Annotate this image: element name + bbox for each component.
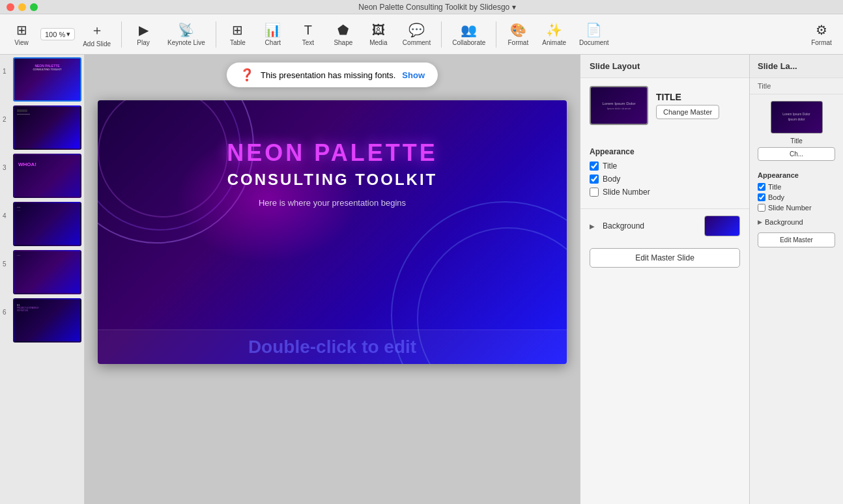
fp-lorem-2: Ipsum dolor [788, 117, 805, 121]
slide-number-checkbox[interactable] [590, 188, 599, 197]
shape-button[interactable]: ⬟ Shape [327, 20, 360, 49]
format-toolbar-button[interactable]: 🎨 Format [502, 20, 534, 49]
slide-thumb-5[interactable]: 5 ▪ ▪ ▪ [3, 250, 81, 294]
layout-thumbnail: Lorem Ipsum Dolor Ipsum dolor sit amet [590, 86, 648, 125]
body-checkbox-row: Body [590, 175, 740, 184]
fp-body-checkbox[interactable] [758, 193, 765, 201]
notification-text: This presentation has missing fonts. [261, 70, 395, 80]
window-title: Neon Palette Consulting Toolkit by Slide… [38, 3, 836, 12]
slide-number-1: 1 [3, 57, 10, 75]
keynote-live-icon: 📡 [178, 22, 194, 38]
maximize-button[interactable] [30, 3, 38, 11]
collaborate-button[interactable]: 👥 Collaborate [447, 20, 491, 49]
canvas-area: ❓ This presentation has missing fonts. S… [85, 55, 580, 504]
view-button[interactable]: ⊞ View [5, 20, 38, 49]
animate-icon: ✨ [546, 22, 562, 38]
format-toolbar-icon: 🎨 [510, 22, 526, 38]
fp-background-arrow-icon: ▶ [758, 219, 762, 225]
collaborate-label: Collaborate [452, 39, 485, 46]
slide-thumb-1[interactable]: 1 NEON PALETTE CONSULTING TOOLKIT [3, 57, 81, 102]
title-checkbox-row: Title [590, 161, 740, 171]
slide-number-3: 3 [3, 154, 10, 171]
format-layout-label: Title [750, 78, 843, 94]
slide-number-5: 5 [3, 250, 10, 268]
format-panel-title: Slide La... [750, 55, 843, 78]
table-button[interactable]: ⊞ Table [221, 20, 254, 49]
fp-body-checkbox-row: Body [750, 192, 843, 203]
slide-preview-5: ▪ ▪ ▪ [13, 250, 81, 294]
format-right-icon: ⚙ [816, 22, 827, 38]
media-button[interactable]: 🖼 Media [362, 20, 395, 49]
fp-change-button[interactable]: Ch... [758, 147, 835, 161]
document-icon: 📄 [586, 22, 602, 38]
appearance-title: Appearance [590, 147, 740, 156]
slide-bottom: Double-click to edit [98, 329, 567, 364]
slide-content: NEON PALETTE CONSULTING TOOLKIT Here is … [98, 100, 567, 221]
comment-button[interactable]: 💬 Comment [397, 20, 436, 49]
slide-subtitle: CONSULTING TOOLKIT [124, 171, 541, 189]
slide-number-6: 6 [3, 298, 10, 316]
divider-3 [441, 21, 442, 48]
format-toolbar-label: Format [508, 39, 529, 46]
zoom-control[interactable]: 100 % ▾ [40, 28, 75, 40]
notification-show-button[interactable]: Show [402, 70, 425, 80]
slide-thumb-6[interactable]: 6 01 PROJECT & STRATEGY DEFINITION [3, 298, 81, 343]
fp-body-label: Body [768, 193, 784, 201]
right-panels: Slide Layout Lorem Ipsum Dolor Ipsum dol… [580, 55, 843, 504]
slide-number-checkbox-label: Slide Number [603, 188, 650, 197]
animate-label: Animate [542, 39, 566, 46]
slide-preview-1: NEON PALETTE CONSULTING TOOLKIT [13, 57, 81, 102]
background-swatch[interactable] [704, 216, 740, 236]
fp-title-checkbox[interactable] [758, 183, 765, 191]
text-button[interactable]: T Text [292, 20, 324, 49]
play-label: Play [137, 39, 149, 46]
chart-button[interactable]: 📊 Chart [257, 20, 289, 49]
fp-slide-number-label: Slide Number [768, 204, 812, 212]
main-slide[interactable]: NEON PALETTE CONSULTING TOOLKIT Here is … [98, 100, 567, 364]
fp-background-label: Background [765, 218, 803, 226]
chart-label: Chart [265, 39, 281, 46]
table-label: Table [230, 39, 246, 46]
layout-thumb-row: Lorem Ipsum Dolor Ipsum dolor sit amet T… [590, 86, 740, 125]
minimize-button[interactable] [18, 3, 26, 11]
table-icon: ⊞ [232, 22, 243, 38]
layout-info-section: Lorem Ipsum Dolor Ipsum dolor sit amet T… [580, 78, 749, 139]
appearance-section: Appearance Title Body Slide Number [580, 139, 749, 208]
traffic-lights [7, 3, 38, 11]
divider-4 [496, 21, 496, 48]
zoom-chevron-icon: ▾ [66, 30, 70, 38]
slide-preview-3: WHOA! [13, 154, 81, 198]
fp-edit-master-button[interactable]: Edit Master [758, 232, 835, 247]
document-button[interactable]: 📄 Document [574, 20, 614, 49]
main-layout: 1 NEON PALETTE CONSULTING TOOLKIT 2 ⬛⬛⬛⬛… [0, 55, 843, 504]
lt-lorem-2: Ipsum dolor sit amet [607, 107, 631, 110]
slide-thumb-2[interactable]: 2 ⬛⬛⬛⬛ ◼◼◼◼◼◼◼◼◼◼ [3, 105, 81, 150]
title-checkbox[interactable] [590, 161, 599, 171]
fp-slide-number-checkbox[interactable] [758, 204, 765, 212]
slide-layout-panel: Slide Layout Lorem Ipsum Dolor Ipsum dol… [580, 55, 749, 504]
background-section: ▶ Background [580, 208, 749, 243]
fp-title-label: Title [768, 183, 781, 191]
background-label-group: ▶ Background [590, 221, 644, 231]
collaborate-icon: 👥 [461, 22, 477, 38]
slide-number-2: 2 [3, 105, 10, 123]
add-slide-button[interactable]: ＋ Add Slide [78, 19, 116, 50]
play-button[interactable]: ▶ Play [127, 20, 160, 49]
shape-icon: ⬟ [337, 22, 349, 38]
add-slide-label: Add Slide [83, 40, 111, 48]
format-right-button[interactable]: ⚙ Format [805, 20, 838, 49]
layout-info: TITLE Change Master [656, 92, 740, 119]
fp-thumbnail: Lorem Ipsum Dolor Ipsum dolor [771, 101, 823, 133]
close-button[interactable] [7, 3, 14, 11]
slide-body: Here is where your presentation begins [124, 198, 541, 208]
view-label: View [14, 39, 29, 46]
animate-button[interactable]: ✨ Animate [537, 20, 571, 49]
edit-master-slide-button[interactable]: Edit Master Slide [590, 248, 740, 268]
notification-banner: ❓ This presentation has missing fonts. S… [227, 63, 438, 87]
view-icon: ⊞ [16, 22, 27, 38]
change-master-button[interactable]: Change Master [656, 105, 719, 119]
slide-thumb-4[interactable]: 4 ▪▪▪▪▪ ▫▫▫▫▫▫▫▫ [3, 202, 81, 246]
slide-thumb-3[interactable]: 3 WHOA! [3, 154, 81, 198]
body-checkbox[interactable] [590, 175, 599, 184]
keynote-live-button[interactable]: 📡 Keynote Live [162, 20, 210, 49]
